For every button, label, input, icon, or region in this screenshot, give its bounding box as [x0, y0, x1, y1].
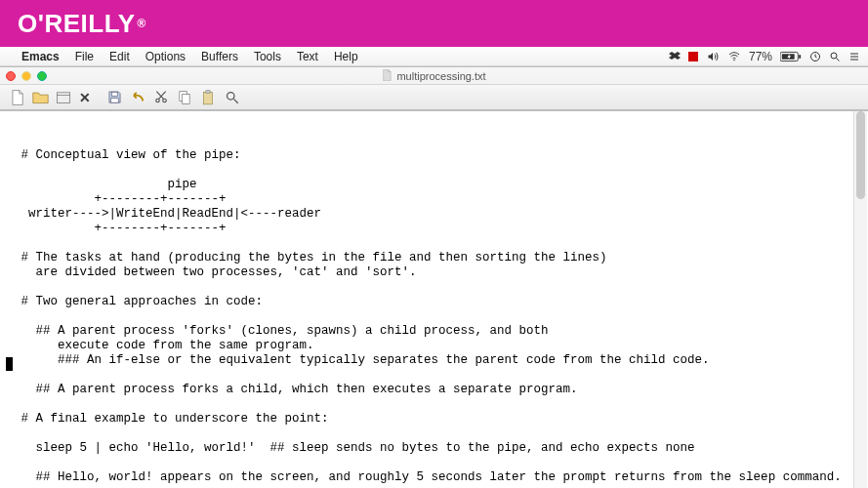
editor-content[interactable]: # Conceptual view of the pipe: pipe +---… — [14, 148, 862, 485]
open-folder-icon[interactable] — [29, 88, 51, 107]
new-file-icon[interactable] — [6, 88, 27, 107]
menu-buffers[interactable]: Buffers — [201, 50, 238, 63]
svg-point-17 — [227, 93, 234, 101]
svg-rect-9 — [111, 93, 117, 97]
menu-appname[interactable]: Emacs — [21, 50, 60, 63]
brand-banner: O'REILLY ® — [0, 0, 868, 47]
menu-text[interactable]: Text — [297, 50, 318, 63]
mac-menubar: Emacs File Edit Options Buffers Tools Te… — [0, 47, 868, 66]
document-icon — [382, 69, 392, 83]
svg-line-6 — [837, 58, 840, 61]
copy-icon[interactable] — [174, 88, 195, 107]
editor-window: multiprocessing.txt ✕ — [0, 66, 868, 111]
editor-viewport[interactable]: # Conceptual view of the pipe: pipe +---… — [0, 111, 868, 488]
svg-point-0 — [733, 59, 735, 61]
menu-edit[interactable]: Edit — [109, 50, 130, 63]
window-traffic-lights — [6, 71, 47, 81]
notification-center-icon[interactable] — [848, 51, 860, 62]
window-zoom-button[interactable] — [37, 71, 47, 81]
text-cursor — [6, 357, 13, 371]
brand-wordmark: O'REILLY — [18, 9, 135, 39]
menu-tools[interactable]: Tools — [254, 50, 281, 63]
dropbox-icon[interactable] — [669, 51, 681, 62]
paste-icon[interactable] — [197, 88, 219, 107]
svg-rect-7 — [57, 93, 69, 103]
undo-icon[interactable] — [127, 88, 148, 107]
menu-help[interactable]: Help — [334, 50, 358, 63]
editor-toolbar: ✕ — [0, 85, 868, 110]
vertical-scrollbar[interactable] — [853, 111, 867, 488]
search-icon[interactable] — [221, 88, 242, 107]
status-tray: 77% — [669, 50, 860, 63]
spotlight-icon[interactable] — [829, 51, 841, 62]
svg-line-18 — [233, 99, 237, 102]
svg-rect-14 — [183, 94, 189, 103]
svg-rect-2 — [799, 55, 801, 59]
clock-icon[interactable] — [809, 51, 821, 62]
window-titlebar[interactable]: multiprocessing.txt — [0, 67, 868, 85]
volume-icon[interactable] — [706, 51, 720, 62]
window-minimize-button[interactable] — [21, 71, 31, 81]
scrollbar-thumb[interactable] — [856, 111, 865, 199]
svg-rect-15 — [203, 92, 212, 104]
wifi-icon[interactable] — [727, 51, 741, 62]
window-title: multiprocessing.txt — [396, 70, 485, 82]
svg-rect-10 — [110, 99, 118, 102]
close-x-icon[interactable]: ✕ — [76, 90, 94, 105]
save-icon[interactable] — [103, 88, 125, 107]
battery-percent: 77% — [749, 50, 772, 63]
brand-registered: ® — [137, 17, 145, 30]
kill-buffer-icon[interactable] — [53, 88, 74, 107]
window-close-button[interactable] — [6, 71, 16, 81]
svg-point-5 — [831, 53, 837, 59]
menu-options[interactable]: Options — [145, 50, 186, 63]
battery-icon[interactable] — [780, 51, 802, 62]
recording-indicator-icon[interactable] — [688, 52, 698, 61]
menu-file[interactable]: File — [75, 50, 94, 63]
cut-icon[interactable] — [150, 88, 172, 107]
svg-rect-16 — [206, 90, 211, 93]
